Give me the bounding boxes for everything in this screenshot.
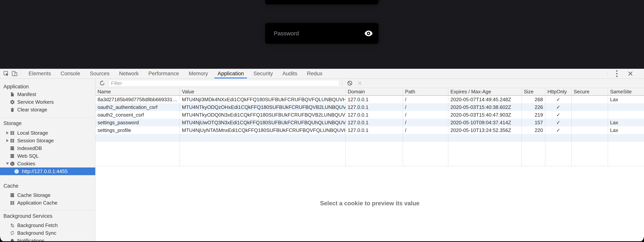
- sidebar-item-background-fetch[interactable]: Background Fetch: [0, 221, 95, 229]
- cookie-name[interactable]: 8a3d27185b49d7758d8bb669331…: [96, 96, 180, 103]
- tab-application[interactable]: Application: [217, 69, 244, 78]
- cookie-secure: [572, 96, 608, 103]
- cookie-value[interactable]: MTU4NjUyNTA5MnxEdi1CQkFFQ180SUFBUkFCRUFB…: [180, 126, 346, 134]
- cookie-path: /: [403, 103, 448, 111]
- sidebar-item-indexeddb[interactable]: IndexedDB: [0, 145, 95, 152]
- tabbar-divider: [20, 71, 20, 76]
- cookie-expires: 2020-05-03T15:40:47.903Z: [448, 111, 522, 119]
- cookie-row[interactable]: settings_password MTU4NjUwOTQ3N3xEdi1CQk…: [96, 119, 644, 126]
- cookie-domain: 127.0.0.1: [346, 103, 403, 111]
- block-cookies-icon[interactable]: [347, 80, 353, 86]
- tab-network[interactable]: Network: [119, 69, 139, 78]
- cookie-value[interactable]: MTU4NTkyODQzOHxEdi1CQkFFQ180SUFBUkFCRUFB…: [180, 103, 346, 111]
- cookie-size: 226: [522, 103, 545, 111]
- device-toolbar-icon[interactable]: [10, 69, 19, 78]
- tab-redux[interactable]: Redux: [306, 69, 323, 78]
- clear-filter-icon[interactable]: [357, 81, 362, 86]
- sidebar-section-cache: Cache: [0, 182, 95, 190]
- devtools-menu-icon[interactable]: [616, 70, 618, 78]
- sidebar-item-label: Cache Storage: [17, 192, 50, 198]
- cookie-httponly: ✓: [545, 119, 572, 126]
- sidebar-item-clear-storage[interactable]: Clear storage: [0, 106, 95, 113]
- cookie-row[interactable]: oauth2_authentication_csrf MTU4NTkyODQzO…: [96, 103, 644, 111]
- cookie-httponly: ✓: [545, 126, 572, 134]
- cookie-row[interactable]: settings_profile MTU4NjUyNTA5MnxEdi1CQkF…: [96, 126, 644, 134]
- tab-elements[interactable]: Elements: [28, 69, 51, 78]
- gear-icon: [10, 99, 15, 105]
- cookie-secure: [572, 103, 608, 111]
- sidebar-item-local-storage[interactable]: Local Storage: [0, 129, 95, 137]
- sidebar-item-background-sync[interactable]: Background Sync: [0, 229, 95, 237]
- column-header-name[interactable]: Name: [96, 88, 180, 95]
- tab-security[interactable]: Security: [253, 69, 273, 78]
- collapse-arrow-icon[interactable]: [5, 163, 10, 165]
- sync-arrows-icon: [10, 230, 15, 236]
- show-password-eye-icon[interactable]: [364, 30, 373, 37]
- password-input[interactable]: [273, 30, 364, 37]
- database-icon: [10, 192, 15, 198]
- cookie-value[interactable]: MTU4NTkyODQ0N3xEdi1CQkFFQ180SUFBUkFCRUFB…: [180, 111, 346, 119]
- cookie-preview-message: Select a cookie to preview its value: [320, 200, 420, 207]
- cookie-row[interactable]: 8a3d27185b49d7758d8bb669331… MTU4NjI3MDk…: [96, 96, 644, 103]
- column-header-expires[interactable]: Expires / Max-Age: [448, 88, 522, 95]
- cookie-secure: [572, 126, 608, 134]
- username-input[interactable]: [265, 0, 378, 5]
- sidebar-item-service-workers[interactable]: Service Workers: [0, 98, 95, 106]
- expand-arrow-icon[interactable]: [5, 139, 10, 142]
- sidebar-item-cookie-host-selected[interactable]: http://127.0.0.1:4455: [0, 168, 95, 175]
- inspect-element-icon[interactable]: [2, 69, 10, 78]
- devtools-close-icon[interactable]: [628, 71, 633, 76]
- sidebar-item-label: Background Fetch: [17, 222, 58, 228]
- cookie-name[interactable]: settings_password: [96, 119, 180, 126]
- table-empty-area: [96, 142, 644, 166]
- cookie-filter-input[interactable]: [108, 80, 339, 86]
- tab-memory[interactable]: Memory: [188, 69, 208, 78]
- cookie-path: /: [403, 126, 448, 134]
- column-header-path[interactable]: Path: [403, 88, 448, 95]
- window-bottom-edge: [0, 241, 644, 242]
- tab-console[interactable]: Console: [60, 69, 81, 78]
- password-field[interactable]: [265, 23, 378, 44]
- column-header-domain[interactable]: Domain: [346, 88, 403, 95]
- column-header-value[interactable]: Value: [180, 88, 346, 95]
- application-sidebar: Application Manifest: [0, 79, 96, 242]
- column-header-samesite[interactable]: SameSite: [608, 88, 644, 95]
- selected-cookie-host: http://127.0.0.1:4455: [22, 168, 68, 174]
- column-header-httponly[interactable]: HttpOnly: [545, 88, 572, 95]
- column-header-secure[interactable]: Secure: [572, 88, 608, 95]
- cookie-size: 157: [522, 119, 545, 126]
- cookie-secure: [572, 111, 608, 119]
- tab-performance[interactable]: Performance: [148, 69, 180, 78]
- cookie-value[interactable]: MTU4NjI3MDk4NXxEdi1CQkFFQ180SUFBUkFCRUFB…: [180, 96, 346, 103]
- window-corner-bottom-right: [639, 237, 644, 242]
- expand-arrow-icon[interactable]: [5, 131, 10, 135]
- sidebar-item-cookies[interactable]: Cookies: [0, 160, 95, 168]
- sidebar-item-session-storage[interactable]: Session Storage: [0, 137, 95, 145]
- devtools-tabs: Elements Console Sources Network Perform…: [28, 69, 332, 78]
- sidebar-item-manifest[interactable]: Manifest: [0, 90, 95, 98]
- sidebar-item-application-cache[interactable]: Application Cache: [0, 199, 95, 207]
- cookies-panel: Name Value Domain Path Expires / Max-Age…: [96, 79, 644, 242]
- refresh-icon[interactable]: [99, 80, 105, 86]
- cookies-toolbar: [96, 79, 644, 88]
- sidebar-item-label: Clear storage: [17, 107, 47, 113]
- cookie-domain: 127.0.0.1: [346, 126, 403, 134]
- storage-grid-icon: [10, 200, 15, 205]
- cookie-row[interactable]: oauth2_consent_csrf MTU4NTkyODQ0N3xEdi1C…: [96, 111, 644, 119]
- tab-sources[interactable]: Sources: [89, 69, 110, 78]
- sidebar-item-web-sql[interactable]: Web SQL: [0, 152, 95, 160]
- cookie-httponly: ✓: [545, 96, 572, 103]
- cookie-name[interactable]: oauth2_consent_csrf: [96, 111, 180, 119]
- cookie-name[interactable]: oauth2_authentication_csrf: [96, 103, 180, 111]
- storage-grid-icon: [10, 130, 15, 136]
- cookie-domain: 127.0.0.1: [346, 119, 403, 126]
- cookie-expires: 2020-05-10T09:04:37.414Z: [448, 119, 522, 126]
- cookie-value[interactable]: MTU4NjUwOTQ3N3xEdi1CQkFFQ180SUFBUkFCRUFB…: [180, 119, 346, 126]
- sidebar-item-cache-storage[interactable]: Cache Storage: [0, 191, 95, 199]
- cookie-path: /: [403, 111, 448, 119]
- sidebar-section-storage: Storage: [0, 119, 95, 127]
- tab-audits[interactable]: Audits: [282, 69, 298, 78]
- cookie-name[interactable]: settings_profile: [96, 126, 180, 134]
- column-header-size[interactable]: Size: [522, 88, 545, 95]
- screenshot-root: Elements Console Sources Network Perform…: [0, 0, 644, 242]
